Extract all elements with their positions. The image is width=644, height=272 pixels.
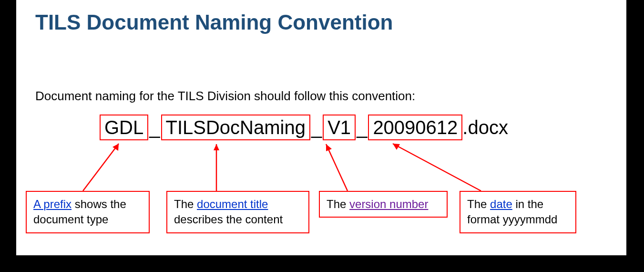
callout-date-link[interactable]: date (490, 198, 512, 210)
callout-date: The date in the format yyyymmdd (460, 191, 576, 233)
filename-title-box: TILSDocNaming (161, 115, 310, 140)
callout-prefix-link[interactable]: A prefix (33, 198, 72, 210)
svg-line-4 (326, 144, 348, 191)
svg-marker-1 (112, 144, 119, 151)
callout-version: The version number (319, 191, 448, 218)
intro-text: Document naming for the TILS Division sh… (35, 89, 415, 104)
callout-prefix: A prefix shows the document type (26, 191, 150, 233)
callout-date-pre: The (467, 198, 490, 210)
callout-title-pre: The (174, 198, 197, 210)
page-title: TILS Document Naming Convention (35, 10, 393, 34)
filename-version-box: V1 (323, 115, 356, 140)
svg-marker-5 (326, 144, 332, 151)
separator: _ (356, 117, 368, 138)
filename-extension: .docx (462, 117, 508, 138)
filename-date-box: 20090612 (368, 115, 462, 140)
filename-example: GDL_TILSDocNaming_V1_20090612.docx (100, 115, 508, 140)
callout-version-link[interactable]: version number (349, 198, 428, 210)
document-page: TILS Document Naming Convention Document… (16, 0, 626, 255)
svg-line-6 (393, 144, 481, 191)
separator: _ (148, 117, 161, 138)
callout-version-pre: The (327, 198, 349, 210)
filename-prefix-box: GDL (100, 115, 148, 140)
separator: _ (310, 117, 323, 138)
callout-title: The document title describes the content (166, 191, 309, 233)
svg-marker-3 (214, 144, 219, 150)
svg-line-0 (83, 144, 119, 191)
svg-marker-7 (393, 144, 400, 150)
callout-title-link[interactable]: document title (197, 198, 268, 210)
callout-title-text: describes the content (174, 213, 283, 226)
